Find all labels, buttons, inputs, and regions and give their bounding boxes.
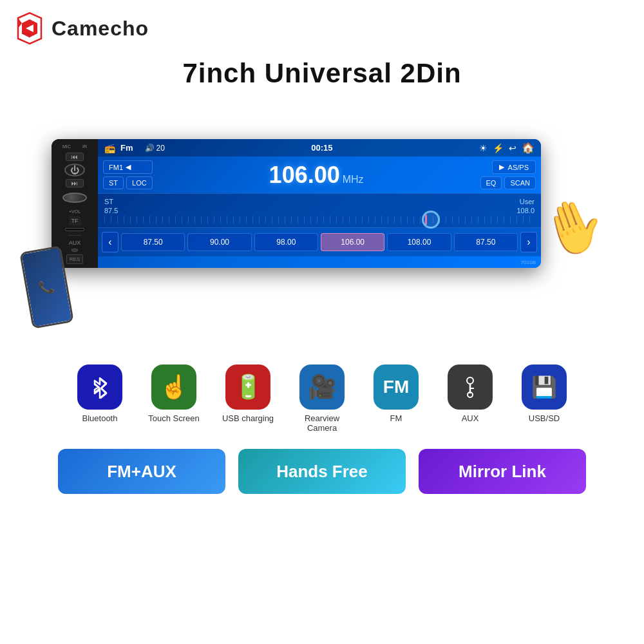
header: Camecho [0, 0, 644, 52]
next-button[interactable]: ⏭ [66, 179, 84, 187]
usb-charge-icon-box: 🔋 [225, 365, 270, 410]
touch-label: Touch Screen [148, 413, 200, 423]
badges-section: FM+AUX Hands Free Mirror Link [0, 439, 644, 507]
feature-bluetooth: Bluetooth [68, 365, 132, 433]
hand-illustration: 🤚 [464, 165, 625, 332]
usb-sd-label: USB/SD [529, 413, 560, 423]
features-section: Bluetooth ☝ Touch Screen 🔋 USB charging … [0, 352, 644, 439]
badge-fm-aux-text: FM+AUX [107, 462, 176, 482]
usb-charge-icon: 🔋 [234, 374, 263, 401]
ir-label: IR [82, 144, 87, 149]
bluetooth-icon-box [77, 365, 122, 410]
mic-ir-row: MIC IR [52, 143, 98, 150]
preset-4-active[interactable]: 106.00 [321, 233, 384, 251]
badge-hands-free: Hands Free [238, 449, 406, 494]
freq-start-label: 87.5 [104, 207, 118, 214]
touch-icon-box: ☝ [151, 365, 196, 410]
fm-text: Fm [120, 143, 133, 153]
volume-icon: 🔊 [145, 144, 155, 153]
fm1-button[interactable]: FM1 ◀ [103, 160, 153, 174]
feature-camera: 🎥 Rearview Camera [290, 365, 354, 433]
touch-icon: ☝ [160, 374, 189, 401]
freq-value: 106.00 [269, 162, 340, 189]
feature-aux: AUX [438, 365, 502, 433]
freq-unit: MHz [343, 174, 364, 185]
fm-label: FM [390, 413, 402, 423]
fm-radio-icon: 📻 [104, 143, 115, 153]
aux-icon [459, 375, 482, 399]
freq-touch-circle[interactable] [422, 211, 440, 229]
feature-usb-charge: 🔋 USB charging [216, 365, 280, 433]
fm-left-buttons: FM1 ◀ ST LOC [103, 160, 153, 189]
vol-label: +VOL [69, 209, 80, 214]
phone-illustration: 📞 [19, 236, 90, 339]
fm-feature-icon: FM [383, 377, 409, 397]
feature-usb-sd: 💾 USB/SD [512, 365, 576, 433]
badge-fm-aux: FM+AUX [58, 449, 225, 494]
device-wrapper: MIC IR ⏮ ⏻ ⏭ +VOL TF AUX RES 📻 [19, 100, 625, 352]
preset-3[interactable]: 98.00 [254, 233, 318, 251]
volume-knob[interactable] [62, 193, 87, 203]
hand-icon: 🤚 [533, 188, 614, 267]
screen-topbar: 📻 Fm 🔊 20 00:15 ☀ ⚡ ↩ 🏠 [98, 139, 541, 156]
product-title: 7inch Universal 2Din [0, 58, 644, 89]
power-button[interactable]: ⏻ [64, 164, 85, 176]
aux-icon-box [448, 365, 493, 410]
aux-feature-label: AUX [462, 413, 479, 423]
loc-button[interactable]: LOC [126, 176, 153, 189]
home-icon[interactable]: 🏠 [522, 142, 535, 154]
st-button[interactable]: ST [103, 176, 124, 189]
bluetooth-status-icon: ⚡ [493, 143, 504, 153]
camera-icon: 🎥 [308, 374, 337, 401]
prev-button[interactable]: ⏮ [66, 153, 84, 161]
feature-touch: ☝ Touch Screen [142, 365, 206, 433]
brightness-icon: ☀ [479, 143, 488, 153]
st-loc-row: ST LOC [103, 176, 153, 189]
usb-sd-icon: 💾 [531, 375, 557, 399]
usb-charge-label: USB charging [222, 413, 274, 423]
freq-value-row: 106.00 MHz [269, 162, 364, 189]
bluetooth-icon [88, 375, 111, 399]
bluetooth-label: Bluetooth [82, 413, 118, 423]
svg-point-4 [467, 377, 473, 384]
usb-sd-icon-box: 💾 [522, 365, 567, 410]
st-text: ST [104, 198, 113, 205]
badge-mirror-link-text: Mirror Link [459, 462, 546, 482]
phone-screen: 📞 [22, 248, 72, 327]
preset-prev-button[interactable]: ‹ [102, 232, 118, 252]
svg-marker-2 [18, 18, 22, 28]
phone-body: 📞 [19, 245, 74, 328]
tf-label: TF [69, 216, 81, 225]
mic-label: MIC [62, 144, 71, 149]
feature-fm: FM FM [364, 365, 428, 433]
preset-2[interactable]: 90.00 [187, 233, 251, 251]
volume-number: 20 [156, 144, 165, 153]
badge-mirror-link: Mirror Link [419, 449, 586, 494]
preset-5[interactable]: 108.00 [387, 233, 451, 251]
fm-frequency-display: 106.00 MHz [156, 162, 477, 189]
camera-icon-box: 🎥 [299, 365, 345, 410]
tf-slot[interactable] [65, 228, 84, 231]
badge-hands-free-text: Hands Free [276, 462, 368, 482]
preset-1[interactable]: 87.50 [121, 233, 185, 251]
device-section: MIC IR ⏮ ⏻ ⏭ +VOL TF AUX RES 📻 [0, 100, 644, 352]
fm-icon-box: FM [374, 365, 419, 410]
brand-logo-icon [13, 12, 46, 45]
camera-label: Rearview Camera [290, 413, 354, 433]
back-icon[interactable]: ↩ [509, 143, 516, 153]
time-display: 00:15 [311, 143, 332, 153]
brand-name: Camecho [52, 17, 149, 41]
volume-area: 🔊 20 [145, 144, 165, 153]
